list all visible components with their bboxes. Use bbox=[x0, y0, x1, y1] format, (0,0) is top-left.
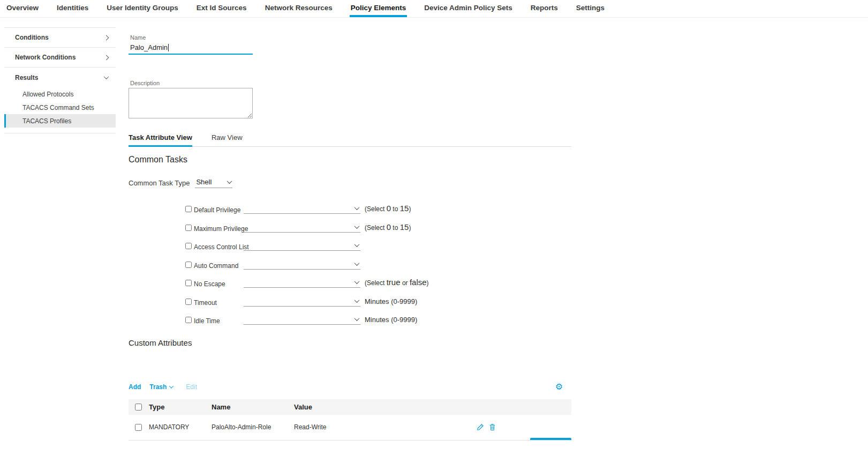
task-hint-part: 15 bbox=[400, 204, 409, 213]
row-checkbox[interactable] bbox=[135, 424, 142, 431]
tab-task-attribute-view[interactable]: Task Attribute View bbox=[129, 133, 192, 147]
sidebar-item-tacacs-command-sets[interactable]: TACACS Command Sets bbox=[4, 101, 116, 114]
task-hint-part: ) bbox=[409, 224, 411, 232]
edit-icon[interactable] bbox=[477, 423, 484, 431]
name-input[interactable]: Palo_Admin bbox=[129, 42, 253, 55]
task-row-no-escape: No Escape(Select true or false) bbox=[129, 275, 571, 294]
task-hint-part: Minutes (0-9999) bbox=[365, 316, 417, 324]
task-label: Timeout bbox=[194, 299, 217, 307]
nav-item-reports[interactable]: Reports bbox=[530, 0, 559, 17]
task-hint-part: true bbox=[387, 278, 401, 287]
nav-item-identities[interactable]: Identities bbox=[56, 0, 89, 17]
chevron-right-icon bbox=[104, 55, 109, 60]
task-hint-part: false bbox=[410, 278, 427, 287]
task-select-access-control-list[interactable] bbox=[244, 240, 360, 251]
chevron-down-icon bbox=[104, 74, 109, 79]
sidebar-section-network-conditions[interactable]: Network Conditions bbox=[4, 48, 116, 68]
name-input-value: Palo_Admin bbox=[130, 43, 168, 51]
task-checkbox-idle-time[interactable] bbox=[185, 317, 192, 323]
chevron-down-icon bbox=[169, 384, 173, 388]
task-checkbox-no-escape[interactable] bbox=[185, 280, 192, 286]
task-hint-part: 0 bbox=[387, 204, 391, 213]
task-hint-part: or bbox=[401, 279, 410, 287]
text-caret bbox=[168, 44, 169, 51]
table-row: MANDATORYPaloAlto-Admin-RoleRead-Write bbox=[129, 415, 571, 441]
chevron-down-icon bbox=[354, 260, 360, 266]
sidebar-section-conditions[interactable]: Conditions bbox=[4, 28, 116, 48]
task-label: Auto Command bbox=[194, 262, 238, 270]
task-checkbox-maximum-privilege[interactable] bbox=[185, 225, 192, 231]
add-button[interactable]: Add bbox=[129, 383, 141, 391]
nav-item-ext-id-sources[interactable]: Ext Id Sources bbox=[195, 0, 248, 17]
task-hint: (Select 0 to 15) bbox=[365, 204, 411, 213]
task-hint-part: 0 bbox=[387, 222, 391, 232]
tab-raw-view[interactable]: Raw View bbox=[212, 133, 243, 147]
common-tasks-rows: Default Privilege(Select 0 to 15)Maximum… bbox=[129, 201, 571, 331]
sidebar-section-label: Results bbox=[15, 74, 38, 81]
task-checkbox-auto-command[interactable] bbox=[185, 262, 192, 268]
sidebar-section-label: Conditions bbox=[15, 34, 49, 41]
description-field: Description bbox=[129, 80, 571, 118]
task-label: Access Control List bbox=[194, 243, 249, 251]
task-label: Idle Time bbox=[194, 317, 220, 325]
common-tasks-heading: Common Tasks bbox=[129, 155, 571, 165]
description-textarea[interactable] bbox=[129, 88, 253, 118]
chevron-right-icon bbox=[104, 35, 109, 40]
task-row-timeout: TimeoutMinutes (0-9999) bbox=[129, 294, 571, 312]
task-hint-part: to bbox=[391, 205, 400, 213]
trash-button-label: Trash bbox=[149, 383, 167, 391]
save-button-partial[interactable] bbox=[530, 438, 571, 440]
task-hint: Minutes (0-9999) bbox=[365, 296, 417, 306]
task-row-maximum-privilege: Maximum Privilege(Select 0 to 15) bbox=[129, 220, 571, 238]
task-select-no-escape[interactable] bbox=[244, 277, 360, 288]
task-hint-part: ) bbox=[427, 279, 429, 287]
nav-item-policy-elements[interactable]: Policy Elements bbox=[350, 0, 407, 17]
select-all-checkbox[interactable] bbox=[135, 404, 142, 411]
custom-attributes-table: Type Name Value MANDATORYPaloAlto-Admin-… bbox=[129, 399, 571, 441]
sidebar-item-allowed-protocols[interactable]: Allowed Protocols bbox=[4, 87, 116, 101]
sidebar-item-tacacs-profiles[interactable]: TACACS Profiles bbox=[4, 114, 116, 128]
chevron-down-icon bbox=[354, 279, 360, 284]
task-label: Maximum Privilege bbox=[194, 225, 248, 233]
task-hint-part: to bbox=[391, 224, 400, 232]
edit-button[interactable]: Edit bbox=[186, 383, 197, 391]
view-tabs: Task Attribute ViewRaw View bbox=[129, 133, 571, 147]
task-checkbox-timeout[interactable] bbox=[185, 299, 192, 305]
nav-item-network-resources[interactable]: Network Resources bbox=[264, 0, 334, 17]
cell-type: MANDATORY bbox=[149, 423, 212, 431]
task-hint-part: (Select bbox=[365, 224, 387, 232]
task-hint: Minutes (0-9999) bbox=[365, 315, 417, 324]
nav-item-settings[interactable]: Settings bbox=[575, 0, 606, 17]
nav-item-device-admin-policy-sets[interactable]: Device Admin Policy Sets bbox=[423, 0, 514, 17]
custom-attributes-toolbar: Add Trash Edit ⚙ bbox=[129, 383, 571, 391]
task-hint: (Select 0 to 15) bbox=[365, 222, 411, 232]
sidebar-section-results[interactable]: Results bbox=[4, 68, 116, 87]
common-task-type-label: Common Task Type bbox=[129, 179, 190, 187]
nav-item-user-identity-groups[interactable]: User Identity Groups bbox=[105, 0, 179, 17]
task-select-maximum-privilege[interactable] bbox=[244, 222, 360, 233]
delete-icon[interactable] bbox=[489, 423, 496, 431]
common-task-type-select[interactable]: Shell bbox=[195, 178, 232, 188]
top-nav: OverviewIdentitiesUser Identity GroupsEx… bbox=[0, 0, 868, 18]
gear-icon[interactable]: ⚙ bbox=[555, 383, 563, 391]
column-header-name: Name bbox=[212, 403, 294, 411]
nav-item-overview[interactable]: Overview bbox=[5, 0, 40, 17]
chevron-down-icon bbox=[354, 242, 360, 247]
task-checkbox-default-privilege[interactable] bbox=[185, 206, 192, 212]
task-hint-part: (Select bbox=[365, 279, 387, 287]
cell-value: Read-Write bbox=[294, 423, 477, 431]
task-select-default-privilege[interactable] bbox=[244, 203, 360, 214]
trash-button[interactable]: Trash bbox=[149, 383, 173, 391]
chevron-down-icon bbox=[354, 297, 360, 303]
task-hint-part: Minutes (0-9999) bbox=[365, 297, 417, 305]
task-select-idle-time[interactable] bbox=[244, 314, 360, 325]
task-select-timeout[interactable] bbox=[244, 296, 360, 307]
sidebar-section-label: Network Conditions bbox=[15, 54, 76, 61]
sidebar: ConditionsNetwork ConditionsResultsAllow… bbox=[4, 27, 116, 133]
chevron-down-icon bbox=[354, 205, 360, 210]
task-hint-part: (Select bbox=[365, 205, 387, 213]
task-checkbox-access-control-list[interactable] bbox=[185, 243, 192, 249]
task-hint-part: 15 bbox=[400, 222, 409, 232]
column-header-value: Value bbox=[294, 403, 477, 411]
task-select-auto-command[interactable] bbox=[244, 259, 360, 270]
